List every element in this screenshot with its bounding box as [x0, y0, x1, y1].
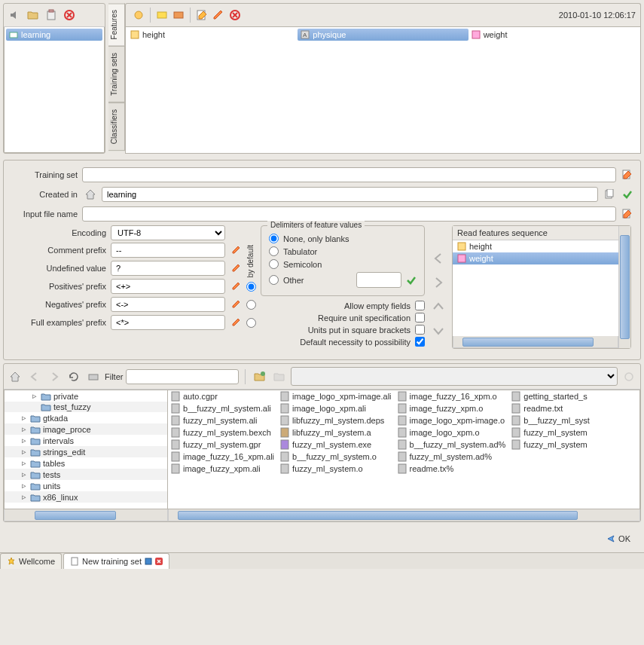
feature-icon-1[interactable] [130, 7, 147, 23]
allow-empty-check[interactable] [415, 301, 425, 310]
file-row[interactable]: fuzzy_ml_system.o [277, 463, 394, 475]
edit-icon[interactable] [228, 314, 245, 331]
edit-icon[interactable] [194, 7, 210, 23]
file-row[interactable]: image_fuzzy_xpm.o [395, 402, 509, 414]
tool-icon[interactable] [621, 368, 637, 385]
file-row[interactable]: fuzzy_ml_system.ali [168, 414, 277, 426]
input-file-input[interactable] [82, 206, 616, 222]
close-tab-icon[interactable] [155, 558, 163, 565]
file-row[interactable]: auto.cgpr [168, 390, 277, 402]
file-row[interactable]: libfuzzy_ml_system.deps [277, 414, 394, 426]
tab-wellcome[interactable]: Wellcome [0, 553, 62, 569]
file-row[interactable]: image_logo_xpm.o [395, 426, 509, 439]
positives-radio[interactable] [246, 282, 256, 292]
pencil-icon[interactable] [210, 7, 227, 23]
refresh-icon[interactable] [66, 368, 82, 385]
folder-open-icon[interactable] [25, 7, 41, 23]
undefined-input[interactable] [111, 261, 225, 276]
file-list[interactable]: auto.cgprb__fuzzy_ml_system.alifuzzy_ml_… [168, 390, 640, 509]
delim-tab-radio[interactable] [269, 246, 279, 256]
folder-row[interactable]: ▹gtkada [5, 412, 167, 423]
folder-row[interactable]: test_fuzzy [5, 402, 167, 412]
file-row[interactable]: readme.txt [508, 402, 592, 414]
feature-weight[interactable]: weight [469, 29, 639, 41]
tab-classifiers[interactable]: Classifiers [108, 102, 125, 151]
file-row[interactable]: fuzzy_ml_system [508, 439, 592, 451]
close-icon[interactable] [61, 7, 78, 23]
file-row[interactable]: image_fuzzy_xpm.ali [168, 463, 277, 475]
comment-prefix-input[interactable] [111, 243, 225, 258]
full-radio[interactable] [246, 318, 256, 328]
arrow-left-icon[interactable] [429, 249, 447, 267]
folder-hscroll[interactable] [4, 509, 168, 521]
folder-row[interactable]: ▹x86_linux [5, 491, 167, 503]
speaker-icon[interactable] [7, 7, 23, 23]
edit-icon[interactable] [228, 278, 245, 295]
file-row[interactable]: fuzzy_ml_system.exe [277, 439, 394, 451]
full-input[interactable] [111, 315, 225, 330]
delim-other-input[interactable] [356, 272, 401, 288]
folder-row[interactable]: ▹intervals [5, 435, 167, 446]
tab-new-training-set[interactable]: New training set [63, 553, 169, 569]
file-row[interactable]: b__fuzzy_ml_system.ali [168, 402, 277, 414]
folder-tree[interactable]: ▹privatetest_fuzzy▹gtkada▹image_proce▹in… [4, 390, 168, 509]
delim-other-radio[interactable] [269, 275, 279, 285]
file-row[interactable]: readme.tx% [395, 463, 509, 475]
seq-item-height[interactable]: height [453, 240, 618, 252]
file-row[interactable]: fuzzy_ml_system.gpr [168, 439, 277, 451]
feature-physique[interactable]: A physique [298, 29, 468, 41]
folder-row[interactable]: ▹units [5, 480, 167, 491]
seq-item-weight[interactable]: weight [453, 252, 618, 264]
delim-semi-radio[interactable] [269, 259, 279, 269]
delim-none-radio[interactable] [269, 234, 279, 243]
edit-icon[interactable] [228, 296, 245, 313]
created-in-input[interactable] [102, 187, 598, 202]
ok-button[interactable]: OK [599, 531, 635, 546]
file-row[interactable]: image_logo_xpm-image.o [395, 414, 509, 426]
encoding-select[interactable]: UTF-8 [111, 225, 225, 240]
file-row[interactable]: image_logo_xpm-image.ali [277, 390, 394, 402]
new-folder-icon[interactable] [252, 368, 268, 385]
edit-training-set-icon[interactable] [619, 167, 636, 183]
negatives-radio[interactable] [246, 300, 256, 310]
file-hscroll[interactable] [168, 509, 640, 521]
arrow-down-icon[interactable] [429, 322, 447, 340]
path-select[interactable] [291, 367, 618, 386]
folder-row[interactable]: ▹image_proce [5, 423, 167, 435]
folder-row[interactable]: ▹tables [5, 457, 167, 469]
paste-icon[interactable] [43, 7, 60, 23]
require-unit-check[interactable] [415, 313, 425, 322]
folder-row[interactable]: ▹tests [5, 469, 167, 480]
file-row[interactable]: fuzzy_ml_system [508, 426, 592, 439]
forward-icon[interactable] [46, 368, 63, 385]
feature-icon-3[interactable] [170, 7, 187, 23]
file-row[interactable]: image_fuzzy_16_xpm.o [395, 390, 509, 402]
file-row[interactable]: b__fuzzy_ml_system.o [277, 451, 394, 463]
edit-icon[interactable] [228, 242, 245, 258]
file-row[interactable]: libfuzzy_ml_system.a [277, 426, 394, 439]
feature-height[interactable]: height [127, 29, 298, 41]
file-row[interactable]: getting_started_s [508, 390, 592, 402]
copy-icon[interactable] [601, 186, 618, 203]
folder-row[interactable]: ▹private [5, 390, 167, 402]
back-icon[interactable] [26, 368, 43, 385]
check-icon[interactable] [619, 186, 636, 203]
folder-row[interactable]: ▹strings_edit [5, 446, 167, 457]
tab-training-sets[interactable]: Training sets [108, 46, 125, 102]
edit-icon[interactable] [228, 260, 245, 277]
file-row[interactable]: fuzzy_ml_system.bexch [168, 426, 277, 439]
file-row[interactable]: image_fuzzy_16_xpm.ali [168, 451, 277, 463]
file-row[interactable]: b__fuzzy_ml_syst [508, 414, 592, 426]
file-row[interactable]: image_logo_xpm.ali [277, 402, 394, 414]
filter-input[interactable] [126, 369, 239, 384]
brackets-check[interactable] [415, 325, 425, 335]
read-seq-hscroll[interactable] [453, 336, 618, 348]
feature-icon-2[interactable] [154, 7, 170, 23]
necessity-check[interactable] [415, 337, 425, 347]
folder-icon[interactable] [271, 368, 288, 385]
home-icon[interactable] [7, 368, 23, 385]
read-seq-vscroll[interactable] [618, 226, 630, 348]
training-set-input[interactable] [82, 167, 616, 182]
arrow-up-icon[interactable] [429, 298, 447, 316]
tab-features[interactable]: Features [108, 3, 125, 46]
